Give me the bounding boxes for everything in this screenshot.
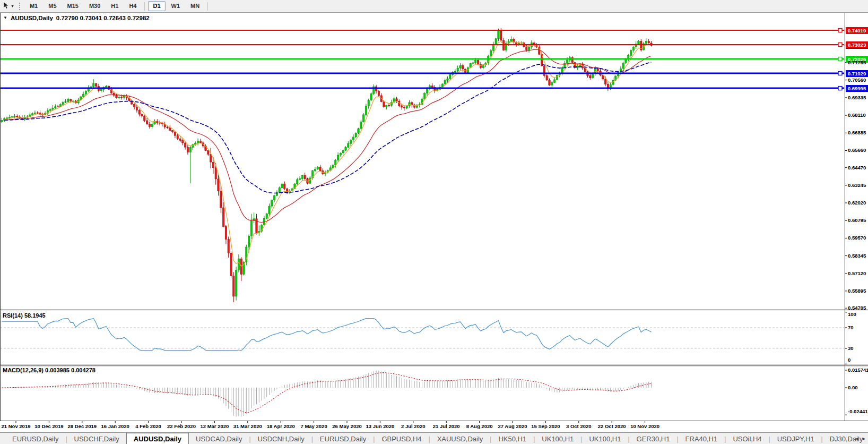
date-axis-label: 8 Aug 2020 [466, 423, 493, 429]
date-axis-label: 21 Jul 2020 [433, 423, 460, 429]
date-axis-label: 16 Jan 2020 [101, 423, 129, 429]
price-level-tag: 0.74019 [846, 27, 868, 34]
price-axis-tick: 0.58345 [848, 253, 866, 259]
date-axis-label: 28 Dec 2019 [68, 423, 97, 429]
price-axis-tick: 0.57120 [848, 270, 866, 276]
tab-scroll-right-icon[interactable]: ► [862, 436, 866, 441]
rsi-label: RSI(14) 58.1945 [3, 312, 46, 319]
tab-uk100-h1[interactable]: UK100,H1 [582, 434, 628, 444]
date-axis-label: 26 May 2020 [332, 423, 361, 429]
timeframe-button-mn[interactable]: MN [186, 1, 204, 11]
date-axis-label: 7 May 2020 [301, 423, 327, 429]
price-axis-tick: 0.54705 [848, 305, 866, 311]
chart-ohlc-values: 0.72790 0.73041 0.72643 0.72982 [56, 15, 150, 21]
rsi-axis-label: 0 [848, 357, 850, 363]
macd-axis-label: 0.015741 [848, 367, 868, 373]
price-axis-tick: 0.63245 [848, 182, 866, 188]
tab-scroll-left-icon[interactable]: ◄ [854, 436, 859, 441]
price-axis-tick: 0.69335 [848, 95, 866, 100]
macd-axis-label: -0.024412 [848, 408, 868, 414]
timeframe-button-h1[interactable]: H1 [106, 1, 123, 11]
timeframe-button-w1[interactable]: W1 [167, 1, 185, 11]
price-level-tag: 0.73023 [846, 41, 868, 48]
date-axis-label: 3 Oct 2020 [566, 423, 592, 429]
price-axis-tick: 0.64470 [848, 165, 866, 170]
timeframe-button-m30[interactable]: M30 [84, 1, 105, 11]
date-axis-label: 10 Nov 2020 [630, 423, 659, 429]
tab-uk100-h1[interactable]: UK100,H1 [535, 434, 580, 444]
timeframe-button-h4[interactable]: H4 [124, 1, 141, 11]
macd-label: MACD(12,26,9) 0.003985 0.004278 [3, 367, 96, 373]
price-axis-tick: 0.62020 [848, 200, 866, 206]
tab-usdjpy-h1[interactable]: USDJPY,H1 [770, 434, 821, 444]
date-axis-label: 22 Feb 2020 [167, 423, 196, 429]
main-toolbar: ▼ M1M5M15M30H1H4D1W1MN [0, 0, 868, 13]
price-axis-tick: 0.65660 [848, 147, 866, 153]
rsi-axis-label: 30 [848, 345, 854, 351]
tab-usoil-h4[interactable]: USOil,H4 [726, 434, 768, 444]
date-axis-label: 13 Jun 2020 [366, 423, 394, 429]
date-axis-label: 18 Apr 2020 [267, 423, 295, 429]
tab-usdcad-daily[interactable]: USDCAD,Daily [189, 434, 249, 444]
chart-title: ▼ AUDUSD,Daily 0.72790 0.73041 0.72643 0… [3, 15, 150, 21]
price-axis-tick: 0.60795 [848, 217, 866, 223]
timeframe-button-m1[interactable]: M1 [25, 1, 42, 11]
tab-fra40-h1[interactable]: FRA40,H1 [679, 434, 725, 444]
rsi-axis-label: 70 [848, 325, 854, 330]
timeframe-button-d1[interactable]: D1 [148, 1, 165, 11]
tab-scroll-arrows: ◄ ► [854, 436, 866, 441]
date-axis-label: 4 Feb 2020 [135, 423, 161, 429]
date-axis-label: 12 Mar 2020 [200, 423, 229, 429]
symbol-tabs: EURUSD,Daily|USDCHF,DailyAUDUSD,DailyUSD… [0, 433, 868, 444]
cursor-tool-button[interactable]: ▼ [0, 0, 16, 12]
date-axis-label: 10 Dec 2019 [34, 423, 63, 429]
chevron-down-icon[interactable]: ▼ [11, 4, 14, 9]
tab-xauusd-daily[interactable]: XAUUSD,Daily [430, 434, 490, 444]
date-axis-label: 22 Oct 2020 [598, 423, 626, 429]
date-axis-label: 15 Sep 2020 [531, 423, 560, 429]
date-axis-label: 2 Jul 2020 [401, 423, 425, 429]
tab-usdcnh-daily[interactable]: USDCNH,Daily [251, 434, 311, 444]
timeframe-button-m15[interactable]: M15 [63, 1, 83, 11]
rsi-axis-label: 100 [848, 311, 856, 317]
tab-gbpusd-h4[interactable]: GBPUSD,H4 [375, 434, 428, 444]
price-axis-tick: 0.59570 [848, 235, 866, 241]
price-axis-tick: 0.71785 [848, 59, 866, 65]
price-level-tag: 0.71029 [846, 70, 868, 77]
symbol-caret-icon[interactable]: ▼ [3, 15, 7, 21]
price-axis-tick: 0.66885 [848, 130, 866, 135]
symbol-tab-bar: EURUSD,Daily|USDCHF,DailyAUDUSD,DailyUSD… [0, 432, 868, 444]
tab-ger30-h1[interactable]: GER30,H1 [630, 434, 677, 444]
price-axis-tick: 0.70560 [848, 77, 866, 83]
tab-hk50-h1[interactable]: HK50,H1 [491, 434, 533, 444]
price-axis-tick: 0.55895 [848, 288, 866, 294]
chart-symbol-label: AUDUSD,Daily [11, 15, 53, 21]
timeframe-button-group: M1M5M15M30H1H4D1W1MN [24, 0, 211, 12]
date-axis-label: 21 Nov 2019 [2, 423, 31, 429]
toolbar-grip[interactable] [19, 3, 20, 10]
cursor-icon [2, 2, 9, 11]
tab-eurusd-daily[interactable]: EURUSD,Daily [5, 434, 65, 444]
date-axis-label: 31 Mar 2020 [233, 423, 262, 429]
price-level-tag: 0.69995 [846, 85, 868, 92]
date-axis-label: 27 Aug 2020 [498, 423, 527, 429]
toolbar-separator [144, 2, 145, 11]
tab-audusd-daily[interactable]: AUDUSD,Daily [126, 433, 189, 444]
price-axis-tick: 0.68110 [848, 112, 866, 118]
tab-usdchf-daily[interactable]: USDCHF,Daily [67, 434, 126, 444]
chart-plot-area[interactable] [0, 13, 844, 421]
tab-eurusd-daily[interactable]: EURUSD,Daily [313, 434, 373, 444]
toolbar-separator [207, 2, 208, 11]
macd-axis-label: 0.00 [848, 385, 858, 390]
timeframe-button-m5[interactable]: M5 [44, 1, 61, 11]
